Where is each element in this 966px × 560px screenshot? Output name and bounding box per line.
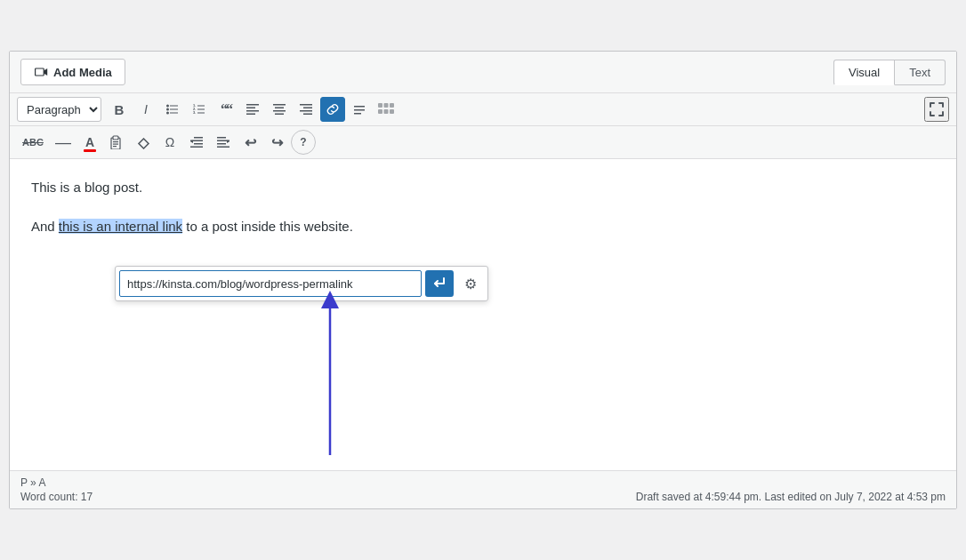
- kitchen-sink-button[interactable]: [374, 97, 398, 122]
- add-media-label: Add Media: [53, 66, 112, 79]
- arrow-annotation: [286, 291, 366, 460]
- ol-icon: 1. 2. 3.: [193, 103, 205, 116]
- status-bottom: Word count: 17 Draft saved at 4:59:44 pm…: [20, 491, 946, 503]
- status-path: P » A: [20, 476, 946, 489]
- unordered-list-button[interactable]: [160, 97, 185, 122]
- svg-rect-30: [384, 103, 389, 108]
- link-apply-button[interactable]: [425, 270, 454, 297]
- clear-format-button[interactable]: ◇: [131, 130, 156, 155]
- bold-button[interactable]: B: [107, 97, 132, 122]
- svg-rect-9: [197, 106, 205, 107]
- svg-rect-45: [217, 137, 226, 139]
- add-media-button[interactable]: Add Media: [20, 59, 125, 85]
- strikethrough-button[interactable]: ABC: [17, 130, 49, 155]
- svg-rect-20: [273, 110, 286, 112]
- align-right-icon: [300, 104, 312, 115]
- svg-rect-42: [194, 143, 203, 145]
- toolbar-row-1: Paragraph Heading 1 Heading 2 Heading 3 …: [10, 93, 956, 126]
- svg-rect-29: [378, 103, 382, 108]
- toolbar-row-2: ABC — A ◇ Ω: [10, 126, 956, 159]
- enter-icon: [432, 277, 447, 290]
- svg-rect-23: [303, 108, 312, 109]
- special-char-button[interactable]: Ω: [157, 130, 182, 155]
- svg-rect-11: [197, 109, 205, 110]
- paragraph-2-before: And: [31, 219, 59, 234]
- svg-rect-17: [246, 114, 255, 116]
- align-center-button[interactable]: [267, 97, 292, 122]
- svg-rect-16: [246, 110, 259, 112]
- svg-rect-21: [275, 114, 284, 116]
- hr-button-2[interactable]: —: [51, 130, 76, 155]
- top-bar: Add Media Visual Text: [10, 52, 956, 93]
- format-select[interactable]: Paragraph Heading 1 Heading 2 Heading 3: [17, 97, 101, 122]
- svg-rect-18: [273, 104, 286, 106]
- editor-content-area[interactable]: This is a blog post. And this is an inte…: [10, 159, 956, 470]
- tab-text[interactable]: Text: [895, 60, 946, 85]
- svg-rect-27: [354, 109, 365, 111]
- status-bar: P » A Word count: 17 Draft saved at 4:59…: [10, 470, 956, 508]
- word-count: Word count: 17: [20, 491, 93, 503]
- text-color-button[interactable]: A: [77, 130, 102, 155]
- link-url-input[interactable]: [119, 270, 422, 297]
- help-button[interactable]: ?: [291, 130, 316, 155]
- path-text: P » A: [20, 476, 45, 489]
- word-count-value: 17: [81, 491, 93, 503]
- link-text[interactable]: this is an internal link: [59, 219, 182, 234]
- svg-rect-22: [300, 104, 312, 106]
- ul-icon: [166, 103, 179, 116]
- paragraph-2-after: to a post inside this website.: [182, 219, 353, 234]
- paste-icon: [110, 135, 123, 149]
- paragraph-1-text: This is a blog post.: [31, 180, 142, 195]
- paste-text-button[interactable]: [104, 130, 129, 155]
- horizontal-rule-button[interactable]: [347, 97, 372, 122]
- redo-button[interactable]: ↪: [264, 130, 289, 155]
- svg-rect-32: [378, 109, 382, 114]
- svg-rect-3: [170, 106, 178, 107]
- svg-rect-25: [303, 114, 312, 116]
- link-button[interactable]: [320, 97, 345, 122]
- svg-rect-5: [170, 109, 178, 110]
- svg-point-4: [166, 108, 169, 111]
- blockquote-button[interactable]: ““: [213, 97, 238, 122]
- svg-rect-0: [36, 68, 44, 76]
- outdent-icon: [190, 137, 203, 148]
- undo-button[interactable]: ↩: [237, 130, 262, 155]
- svg-rect-34: [390, 109, 394, 114]
- hr-icon: [353, 103, 366, 116]
- svg-rect-13: [197, 113, 205, 114]
- svg-rect-37: [113, 141, 118, 142]
- svg-rect-28: [354, 113, 361, 115]
- svg-rect-26: [354, 106, 365, 108]
- indent-icon: [217, 137, 229, 148]
- svg-rect-39: [113, 146, 117, 147]
- draft-info: Draft saved at 4:59:44 pm. Last edited o…: [636, 491, 946, 503]
- kitchen-sink-icon: [378, 103, 394, 116]
- tab-visual[interactable]: Visual: [833, 60, 895, 85]
- align-left-button[interactable]: [240, 97, 265, 122]
- text-color-icon: A: [85, 135, 94, 149]
- paragraph-2: And this is an internal link to a post i…: [31, 216, 935, 237]
- svg-rect-33: [384, 109, 389, 114]
- svg-point-2: [166, 105, 169, 108]
- svg-rect-14: [246, 104, 259, 106]
- svg-rect-36: [113, 136, 118, 140]
- svg-rect-48: [217, 147, 229, 148]
- align-right-button[interactable]: [294, 97, 318, 122]
- italic-button[interactable]: I: [133, 97, 158, 122]
- outdent-button[interactable]: [184, 130, 209, 155]
- editor-wrapper: Add Media Visual Text Paragraph Heading …: [0, 42, 966, 518]
- link-icon: [326, 103, 339, 116]
- gear-icon: ⚙: [464, 276, 477, 292]
- fullscreen-icon: [930, 102, 944, 116]
- link-settings-button[interactable]: ⚙: [457, 270, 484, 297]
- align-left-icon: [246, 104, 259, 115]
- link-popup: ⚙: [115, 266, 488, 301]
- svg-point-6: [166, 112, 169, 115]
- svg-rect-47: [217, 143, 226, 145]
- indent-button[interactable]: [211, 130, 236, 155]
- svg-rect-19: [275, 108, 284, 109]
- text-color-underline: [84, 149, 96, 152]
- fullscreen-button[interactable]: [924, 97, 949, 122]
- svg-text:3.: 3.: [193, 110, 196, 115]
- ordered-list-button[interactable]: 1. 2. 3.: [187, 97, 212, 122]
